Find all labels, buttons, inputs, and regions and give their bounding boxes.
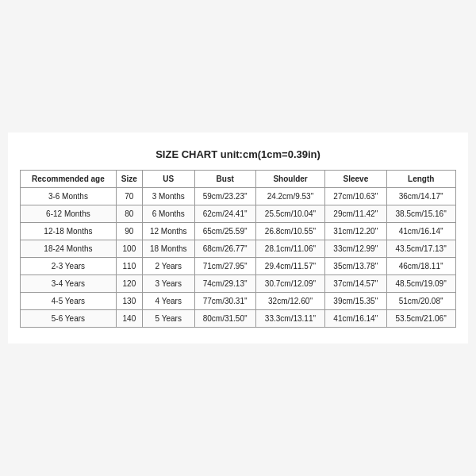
table-cell: 39cm/15.35'': [325, 293, 386, 310]
column-header: Shoulder: [255, 171, 324, 188]
table-cell: 130: [116, 293, 142, 310]
table-cell: 48.5cm/19.09'': [386, 275, 456, 293]
table-cell: 28.1cm/11.06'': [255, 240, 324, 258]
table-cell: 41cm/16.14'': [325, 310, 386, 328]
table-cell: 18-24 Months: [21, 240, 117, 258]
table-cell: 33.3cm/13.11'': [255, 310, 324, 328]
table-cell: 37cm/14.57'': [325, 275, 386, 293]
table-cell: 53.5cm/21.06'': [386, 310, 456, 328]
table-cell: 32cm/12.60'': [255, 293, 324, 310]
table-cell: 5-6 Years: [21, 310, 117, 328]
table-cell: 74cm/29.13'': [194, 275, 255, 293]
table-cell: 43.5cm/17.13'': [386, 240, 456, 258]
table-cell: 46cm/18.11'': [386, 258, 456, 275]
column-header: Bust: [194, 171, 255, 188]
table-cell: 77cm/30.31'': [194, 293, 255, 310]
table-cell: 4-5 Years: [21, 293, 117, 310]
table-cell: 38.5cm/15.16'': [386, 205, 456, 223]
table-cell: 25.5cm/10.04'': [255, 205, 324, 223]
table-row: 5-6 Years1405 Years80cm/31.50''33.3cm/13…: [21, 310, 456, 328]
table-cell: 51cm/20.08'': [386, 293, 456, 310]
column-header: Sleeve: [325, 171, 386, 188]
table-cell: 3-4 Years: [21, 275, 117, 293]
table-cell: 31cm/12.20'': [325, 223, 386, 240]
table-cell: 41cm/16.14'': [386, 223, 456, 240]
table-cell: 59cm/23.23'': [194, 188, 255, 205]
table-cell: 27cm/10.63'': [325, 188, 386, 205]
table-row: 6-12 Months806 Months62cm/24.41''25.5cm/…: [21, 205, 456, 223]
table-cell: 100: [116, 240, 142, 258]
table-cell: 80cm/31.50'': [194, 310, 255, 328]
table-cell: 6-12 Months: [21, 205, 117, 223]
table-cell: 2-3 Years: [21, 258, 117, 275]
table-cell: 2 Years: [142, 258, 194, 275]
table-cell: 29cm/11.42'': [325, 205, 386, 223]
column-header: US: [142, 171, 194, 188]
table-cell: 35cm/13.78'': [325, 258, 386, 275]
table-row: 3-6 Months703 Months59cm/23.23''24.2cm/9…: [21, 188, 456, 205]
table-row: 3-4 Years1203 Years74cm/29.13''30.7cm/12…: [21, 275, 456, 293]
table-cell: 3-6 Months: [21, 188, 117, 205]
table-cell: 110: [116, 258, 142, 275]
table-cell: 80: [116, 205, 142, 223]
chart-title: SIZE CHART unit:cm(1cm=0.39in): [20, 148, 456, 160]
table-cell: 120: [116, 275, 142, 293]
table-cell: 33cm/12.99'': [325, 240, 386, 258]
table-cell: 3 Years: [142, 275, 194, 293]
column-header: Length: [386, 171, 456, 188]
table-body: 3-6 Months703 Months59cm/23.23''24.2cm/9…: [21, 188, 456, 328]
table-header-row: Recommended ageSizeUSBustShoulderSleeveL…: [21, 171, 456, 188]
column-header: Size: [116, 171, 142, 188]
table-cell: 36cm/14.17'': [386, 188, 456, 205]
table-cell: 4 Years: [142, 293, 194, 310]
size-table: Recommended ageSizeUSBustShoulderSleeveL…: [20, 170, 456, 328]
table-cell: 62cm/24.41'': [194, 205, 255, 223]
table-row: 2-3 Years1102 Years71cm/27.95''29.4cm/11…: [21, 258, 456, 275]
table-cell: 70: [116, 188, 142, 205]
table-cell: 18 Months: [142, 240, 194, 258]
table-cell: 29.4cm/11.57'': [255, 258, 324, 275]
table-cell: 71cm/27.95'': [194, 258, 255, 275]
table-cell: 140: [116, 310, 142, 328]
table-cell: 6 Months: [142, 205, 194, 223]
column-header: Recommended age: [21, 171, 117, 188]
table-row: 18-24 Months10018 Months68cm/26.77''28.1…: [21, 240, 456, 258]
table-row: 4-5 Years1304 Years77cm/30.31''32cm/12.6…: [21, 293, 456, 310]
table-cell: 24.2cm/9.53'': [255, 188, 324, 205]
table-cell: 3 Months: [142, 188, 194, 205]
table-cell: 26.8cm/10.55'': [255, 223, 324, 240]
table-cell: 12-18 Months: [21, 223, 117, 240]
table-cell: 65cm/25.59'': [194, 223, 255, 240]
size-chart-container: SIZE CHART unit:cm(1cm=0.39in) Recommend…: [8, 132, 468, 344]
table-cell: 12 Months: [142, 223, 194, 240]
table-cell: 30.7cm/12.09'': [255, 275, 324, 293]
table-row: 12-18 Months9012 Months65cm/25.59''26.8c…: [21, 223, 456, 240]
table-cell: 68cm/26.77'': [194, 240, 255, 258]
table-cell: 90: [116, 223, 142, 240]
table-cell: 5 Years: [142, 310, 194, 328]
